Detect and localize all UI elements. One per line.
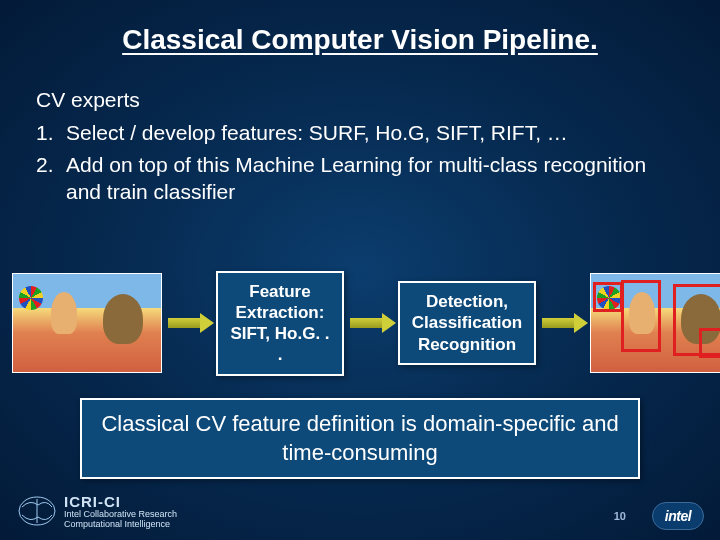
detection-box-overlay xyxy=(593,282,623,312)
list-item: 2. Add on top of this Machine Learning f… xyxy=(36,151,684,206)
input-image xyxy=(12,273,162,373)
feature-extraction-box: Feature Extraction: SIFT, Ho.G. . . xyxy=(216,271,344,376)
stage-line: SIFT, Ho.G. . . xyxy=(228,323,332,366)
detection-box-overlay xyxy=(699,328,720,358)
pipeline-diagram: Feature Extraction: SIFT, Ho.G. . . Dete… xyxy=(12,268,708,378)
intel-logo: intel xyxy=(652,502,704,530)
logo-sub: Computational Intelligence xyxy=(64,520,177,530)
footer: ICRI-CI Intel Collaborative Research Com… xyxy=(0,494,720,534)
icri-logo: ICRI-CI Intel Collaborative Research Com… xyxy=(16,494,177,530)
output-image xyxy=(590,273,720,373)
stage-line: Recognition xyxy=(410,334,524,355)
logo-main: ICRI-CI xyxy=(64,494,177,511)
arrow-icon xyxy=(538,313,588,333)
stage-line: Extraction: xyxy=(228,302,332,323)
list-item: 1. Select / develop features: SURF, Ho.G… xyxy=(36,119,684,146)
slide-title: Classical Computer Vision Pipeline. xyxy=(0,0,720,56)
stage-line: Classification xyxy=(410,312,524,333)
detection-box-overlay xyxy=(621,280,661,352)
arrow-icon xyxy=(164,313,214,333)
list-text: Select / develop features: SURF, Ho.G, S… xyxy=(66,119,684,146)
list-number: 2. xyxy=(36,151,66,206)
beach-ball-icon xyxy=(19,286,43,310)
child-figure xyxy=(51,292,77,334)
detection-box: Detection, Classification Recognition xyxy=(398,281,536,365)
summary-callout: Classical CV feature definition is domai… xyxy=(80,398,640,479)
content-area: CV experts 1. Select / develop features:… xyxy=(0,56,720,205)
logo-text: ICRI-CI Intel Collaborative Research Com… xyxy=(64,494,177,530)
brain-icon xyxy=(16,495,58,529)
arrow-icon xyxy=(346,313,396,333)
stage-line: Detection, xyxy=(410,291,524,312)
stage-line: Feature xyxy=(228,281,332,302)
list-number: 1. xyxy=(36,119,66,146)
list-text: Add on top of this Machine Learning for … xyxy=(66,151,684,206)
dog-figure xyxy=(103,294,143,344)
subtitle: CV experts xyxy=(36,86,684,113)
